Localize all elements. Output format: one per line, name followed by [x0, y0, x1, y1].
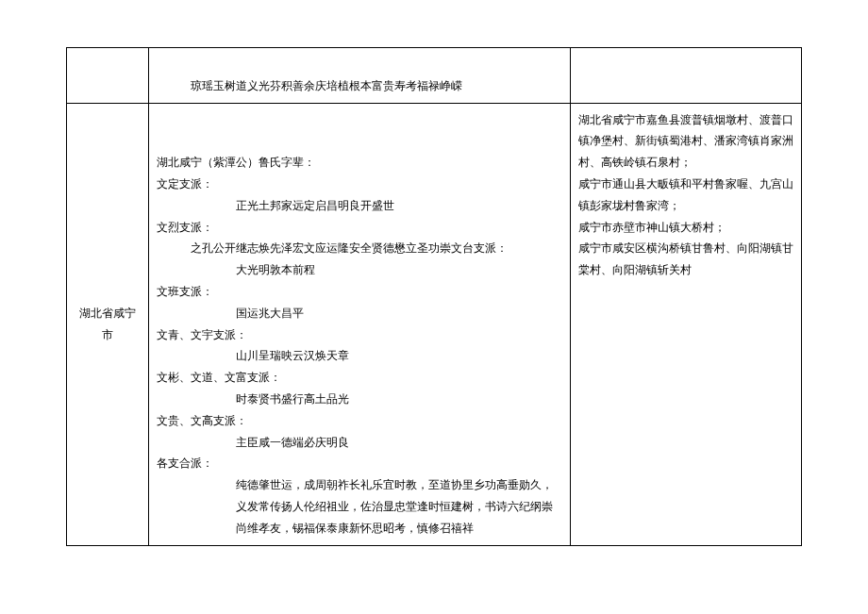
cell-places: 湖北省咸宁市嘉鱼县渡普镇烟墩村、渡普口镇净堡村、新街镇蜀港村、潘家湾镇肖家洲村、… — [571, 103, 802, 545]
branch1-text: 正光土邦家远定启昌明良开盛世 — [157, 195, 562, 217]
table-row-main: 湖北省咸宁市 湖北咸宁（紫潭公）鲁氏字辈： 文定支派： 正光土邦家远定启昌明良开… — [67, 103, 802, 545]
branch3-name: 文班支派： — [157, 281, 562, 303]
cell-top-empty — [571, 48, 802, 104]
places-line2: 咸宁市通山县大畈镇和平村鲁家喔、九宫山镇彭家垅村鲁家湾； — [578, 174, 793, 217]
branch3-text: 国运兆大昌平 — [157, 303, 562, 324]
branch2-text1: 之孔公开继志焕先泽宏文应运隆安全贤德懋立圣功崇文台支派： — [157, 238, 562, 259]
genealogy-table: 琼瑶玉树道义光芬积善余庆培植根本富贵寿考福禄峥嵘 湖北省咸宁市 湖北咸宁（紫潭公… — [66, 47, 802, 546]
branch4-text: 山川呈瑞映云汉焕天章 — [157, 345, 562, 367]
branch7-name: 各支合派： — [157, 453, 562, 474]
places-line1: 湖北省咸宁市嘉鱼县渡普镇烟墩村、渡普口镇净堡村、新街镇蜀港村、潘家湾镇肖家洲村、… — [578, 109, 793, 174]
cell-top-line: 琼瑶玉树道义光芬积善余庆培植根本富贵寿考福禄峥嵘 — [149, 48, 571, 104]
main-title: 湖北咸宁（紫潭公）鲁氏字辈： — [157, 152, 562, 174]
branch5-name: 文彬、文道、文富支派： — [157, 367, 562, 389]
spacer — [157, 109, 562, 131]
cell-region-label: 湖北省咸宁市 — [67, 103, 149, 545]
document-page: 琼瑶玉树道义光芬积善余庆培植根本富贵寿考福禄峥嵘 湖北省咸宁市 湖北咸宁（紫潭公… — [0, 0, 868, 574]
branch5-text: 时泰贤书盛行高土品光 — [157, 389, 562, 410]
branch4-name: 文青、文宇支派： — [157, 324, 562, 346]
places-line4: 咸宁市咸安区横沟桥镇甘鲁村、向阳湖镇甘棠村、向阳湖镇斩关村 — [578, 238, 793, 281]
spacer — [157, 130, 562, 152]
cell-main-content: 湖北咸宁（紫潭公）鲁氏字辈： 文定支派： 正光土邦家远定启昌明良开盛世 文烈支派… — [149, 103, 571, 545]
branch6-name: 文贵、文高支派： — [157, 410, 562, 432]
top-line-text: 琼瑶玉树道义光芬积善余庆培植根本富贵寿考福禄峥嵘 — [157, 75, 562, 97]
places-line3: 咸宁市赤壁市神山镇大桥村； — [578, 217, 793, 239]
branch2-text2: 大光明敦本前程 — [157, 259, 562, 281]
branch6-text: 主臣咸一德端必庆明良 — [157, 432, 562, 454]
branch2-name: 文烈支派： — [157, 217, 562, 239]
empty-line — [157, 54, 562, 75]
table-row-top: 琼瑶玉树道义光芬积善余庆培植根本富贵寿考福禄峥嵘 — [67, 48, 802, 104]
branch7-text: 纯德肇世运，成周朝祚长礼乐宜时教，至道协里乡功高垂勋久，义发常传扬人伦绍祖业，佐… — [157, 474, 562, 539]
branch1-name: 文定支派： — [157, 174, 562, 195]
region-text: 湖北省咸宁市 — [79, 307, 136, 341]
cell-region-top — [67, 48, 149, 104]
